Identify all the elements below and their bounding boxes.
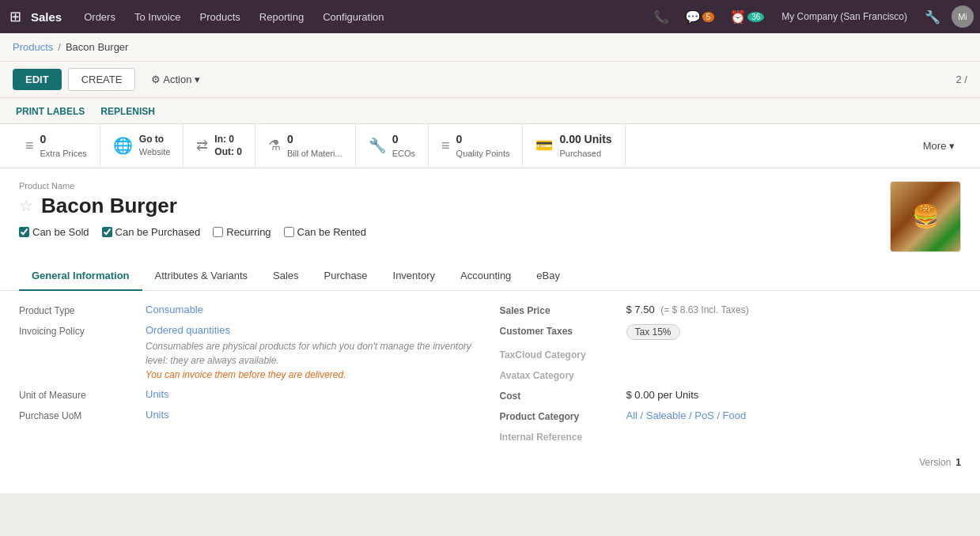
can-be-sold-checkbox[interactable]: Can be Sold [19,226,89,238]
nav-configuration[interactable]: Configuration [313,0,393,33]
product-image[interactable]: 🍔 [890,181,961,252]
bill-of-materials-button[interactable]: ⚗ 0 Bill of Materi... [255,124,356,168]
edit-button[interactable]: EDIT [13,69,62,90]
quality-label: Quality Points [456,148,510,160]
tab-purchase[interactable]: Purchase [312,262,380,291]
chat-badge: 5 [702,12,715,22]
smart-buttons-bar: ≡ 0 Extra Prices 🌐 Go to Website ⇄ In: 0… [0,124,980,168]
more-label: More ▾ [923,140,955,152]
form-container: Product Name ☆ Bacon Burger Can be Sold … [0,168,980,493]
product-name-title: Bacon Burger [41,194,177,218]
breadcrumb-current: Bacon Burger [66,41,129,53]
breadcrumb-bar: Products / Bacon Burger [0,33,980,62]
invoicing-policy-value[interactable]: Ordered quantities [146,324,230,336]
replenish-button[interactable]: REPLENISH [97,101,158,123]
cost-value: $ 0.00 per Units [626,389,699,401]
bom-label: Bill of Materi... [287,148,342,160]
tab-ebay[interactable]: eBay [524,262,573,291]
tax-badge[interactable]: Tax 15% [626,324,680,340]
uom-field: Unit of Measure Units [19,388,481,401]
product-category-value[interactable]: All / Saleable / PoS / Food [626,410,747,421]
extra-prices-button[interactable]: ≡ 0 Extra Prices [13,124,100,168]
purchase-uom-value[interactable]: Units [146,409,169,421]
top-navigation: Orders To Invoice Products Reporting Con… [74,0,648,33]
tab-accounting[interactable]: Accounting [448,262,524,291]
product-options-row: Can be Sold Can be Purchased Recurring C… [19,226,890,238]
version-value: 1 [955,457,961,468]
nav-reporting[interactable]: Reporting [250,0,313,33]
ecos-label: ECOs [392,148,415,160]
uom-label: Unit of Measure [19,388,146,401]
beaker-icon: ⚗ [268,137,281,154]
extra-prices-count: 0 [40,132,87,148]
topbar-right: 📞 💬 5 ⏰ 36 My Company (San Francisco) 🔧 … [649,6,974,28]
print-labels-button[interactable]: PRINT LABELS [13,101,88,123]
avatax-field: Avatax Category [500,368,962,381]
invoicing-policy-label: Invoicing Policy [19,324,146,337]
quality-count: 0 [456,132,510,148]
activity-icon[interactable]: ⏰ 36 [725,6,769,28]
taxcloud-label: TaxCloud Category [500,348,626,360]
product-type-value[interactable]: Consumable [146,304,203,315]
sales-price-field: Sales Price $ 7.50 (= $ 8.63 Incl. Taxes… [500,304,962,316]
record-navigation: 2 / [956,74,967,85]
action-dropdown[interactable]: ⚙ Action ▾ [151,74,200,85]
product-header: Product Name ☆ Bacon Burger Can be Sold … [19,181,961,252]
apps-grid-icon[interactable]: ⊞ [6,5,25,28]
can-be-purchased-checkbox[interactable]: Can be Purchased [102,226,201,238]
quality-points-button[interactable]: ≡ 0 Quality Points [429,124,523,168]
version-label: Version [919,457,951,468]
taxcloud-field: TaxCloud Category [500,348,962,360]
arrows-icon: ⇄ [196,137,208,154]
ecos-count: 0 [392,132,415,148]
tab-general-information[interactable]: General Information [19,262,142,291]
tab-attributes-variants[interactable]: Attributes & Variants [142,262,261,291]
product-category-field: Product Category All / Saleable / PoS / … [500,410,962,422]
favorite-star-icon[interactable]: ☆ [19,196,33,215]
units-purchased-button[interactable]: 💳 0.00 Units Purchased [523,124,625,168]
support-icon[interactable]: 📞 [649,6,674,28]
invoicing-policy-field: Invoicing Policy Ordered quantities Cons… [19,324,481,380]
bom-count: 0 [287,132,342,148]
avatax-label: Avatax Category [500,368,626,381]
invoicing-hint2: You can invoice them before they are del… [146,369,481,380]
in-out-button[interactable]: ⇄ In: 0Out: 0 [184,124,255,168]
more-button[interactable]: More ▾ [910,124,967,168]
credit-card-icon: 💳 [535,137,553,154]
topbar: ⊞ Sales Orders To Invoice Products Repor… [0,0,980,33]
sales-price-incl-taxes: (= $ 8.63 Incl. Taxes) [660,304,749,315]
purchased-label: Purchased [559,148,611,160]
wrench-icon: 🔧 [369,137,386,154]
purchase-uom-field: Purchase UoM Units [19,409,481,421]
product-category-label: Product Category [500,410,626,422]
nav-to-invoice[interactable]: To Invoice [125,0,191,33]
internal-reference-field: Internal Reference [500,430,962,443]
company-name[interactable]: My Company (San Francisco) [775,11,914,22]
app-brand[interactable]: Sales [31,10,62,24]
go-to-website-button[interactable]: 🌐 Go to Website [100,124,184,168]
nav-orders[interactable]: Orders [74,0,125,33]
chat-icon[interactable]: 💬 5 [680,6,720,28]
version-row: Version 1 [500,451,962,468]
tab-sales[interactable]: Sales [260,262,312,291]
recurring-checkbox[interactable]: Recurring [213,226,271,238]
action-bar: EDIT CREATE ⚙ Action ▾ 2 / [0,62,980,98]
action-chevron-icon: ▾ [195,74,200,85]
user-avatar[interactable]: Mi [952,6,974,28]
tab-inventory[interactable]: Inventory [380,262,448,291]
can-be-rented-checkbox[interactable]: Can be Rented [284,226,366,238]
purchase-uom-label: Purchase UoM [19,409,146,421]
breadcrumb-parent[interactable]: Products [13,41,53,53]
product-name-label: Product Name [19,181,890,191]
nav-products[interactable]: Products [190,0,249,33]
globe-icon: 🌐 [113,136,133,155]
settings-icon[interactable]: 🔧 [920,6,945,28]
go-to-label: Go to [139,133,171,146]
create-button[interactable]: CREATE [68,68,136,91]
action-label: ⚙ Action [151,74,191,85]
quality-list-icon: ≡ [441,138,450,154]
sales-price-value: $ 7.50 [626,304,655,315]
form-body: Product Type Consumable Invoicing Policy… [19,291,961,481]
ecos-button[interactable]: 🔧 0 ECOs [356,124,429,168]
uom-value[interactable]: Units [146,388,169,400]
